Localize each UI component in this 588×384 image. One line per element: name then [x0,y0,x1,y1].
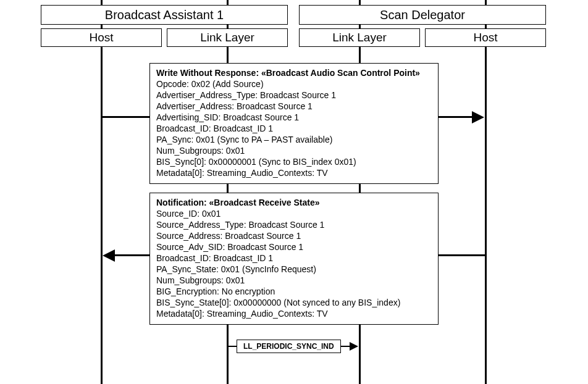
msg2-line: Source_Address_Type: Broadcast Source 1 [156,219,432,230]
msg1-title: Write Without Response: «Broadcast Audio… [156,67,432,78]
msg2-line: Num_Subgroups: 0x01 [156,275,432,286]
msg3-box: LL_PERIODIC_SYNC_IND [237,340,341,353]
msg1-line: PA_Sync: 0x01 (Sync to PA – PAST availab… [156,134,432,145]
role-host-right-cover: Host [425,28,546,47]
lifeline-link-layer-right [359,0,361,384]
msg2-line: Source_Address: Broadcast Source 1 [156,230,432,241]
msg1-line: Metadata[0]: Streaming_Audio_Contexts: T… [156,167,432,178]
lifeline-link-layer-left [227,0,229,384]
sequence-diagram: Broadcast Assistant 1 Scan Delegator Hos… [0,0,588,384]
msg1-arrow-head [472,111,484,123]
msg2-line: BIG_Encryption: No encryption [156,286,432,297]
msg2-line: Source_ID: 0x01 [156,208,432,219]
msg2-line: PA_Sync_State: 0x01 (SyncInfo Request) [156,264,432,275]
msg2-box: Notification: «Broadcast Receive State» … [149,193,439,325]
actor-broadcast-assistant-cover: Broadcast Assistant 1 [41,5,288,25]
lifeline-host-left [101,0,103,384]
msg1-line: Advertiser_Address: Broadcast Source 1 [156,101,432,112]
msg1-line: Opcode: 0x02 (Add Source) [156,78,432,90]
msg2-line: Metadata[0]: Streaming_Audio_Contexts: T… [156,308,432,319]
msg2-line: BIS_Sync_State[0]: 0x00000000 (Not synce… [156,297,432,308]
msg2-arrow-head [103,249,115,262]
actor-scan-delegator-cover: Scan Delegator [299,5,546,25]
role-host-left-cover: Host [41,28,162,47]
role-link-layer-right-cover: Link Layer [299,28,420,47]
msg1-line: Num_Subgroups: 0x01 [156,145,432,156]
msg1-box: Write Without Response: «Broadcast Audio… [149,63,439,184]
msg1-line: Advertiser_Address_Type: Broadcast Sourc… [156,90,432,101]
msg1-line: BIS_Sync[0]: 0x00000001 (Sync to BIS_ind… [156,156,432,167]
msg2-line: Broadcast_ID: Broadcast_ID 1 [156,253,432,264]
msg3-arrow-head [350,342,358,351]
msg2-line: Source_Adv_SID: Broadcast Source 1 [156,241,432,253]
role-link-layer-left-cover: Link Layer [167,28,288,47]
msg1-line: Broadcast_ID: Broadcast_ID 1 [156,123,432,134]
msg1-line: Advertising_SID: Broadcast Source 1 [156,112,432,123]
lifeline-host-right [485,0,487,384]
msg2-title: Notification: «Broadcast Receive State» [156,197,432,208]
